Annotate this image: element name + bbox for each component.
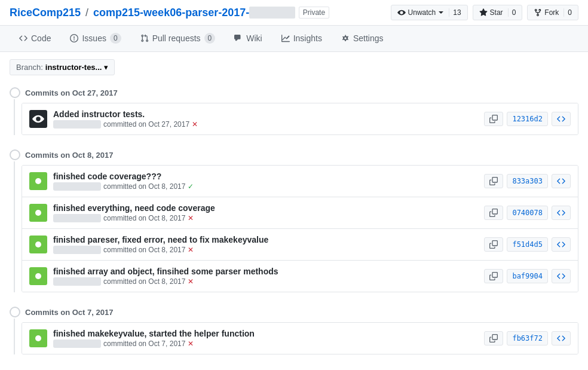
browse-files-button[interactable]: [552, 331, 571, 345]
tab-issues[interactable]: Issues 0: [60, 26, 130, 52]
commit-info: finished array and object, finsihed some…: [53, 267, 477, 286]
commit-meta: committed on Oct 8, 2017 ✕: [53, 214, 477, 222]
issues-icon: [70, 34, 78, 42]
repo-sep: /: [85, 7, 88, 19]
copy-hash-button[interactable]: [484, 331, 503, 345]
avatar: [29, 329, 47, 347]
branch-area: Branch: instructor-tes... ▾: [0, 52, 588, 82]
status-check-icon: ✓: [188, 182, 194, 191]
commit-hash-button[interactable]: 12316d2: [507, 112, 548, 126]
status-check-icon: ✕: [188, 277, 194, 286]
chevron-down-icon: [438, 10, 444, 16]
browse-files-button[interactable]: [552, 269, 571, 283]
commit-meta: committed on Oct 8, 2017 ✓: [53, 182, 477, 191]
commit-info: finished makekeyvalue, started the helpe…: [53, 329, 477, 348]
nav-tabs: Code Issues 0 Pull requests 0 Wiki Insig…: [0, 26, 588, 52]
star-icon: [479, 8, 488, 17]
tab-settings[interactable]: Settings: [332, 26, 393, 52]
commit-actions: 0740078: [484, 206, 571, 220]
copy-hash-button[interactable]: [484, 237, 503, 252]
commit-actions: baf9904: [484, 269, 571, 283]
avatar: [29, 204, 47, 222]
commit-author: [53, 120, 101, 129]
commit-meta: committed on Oct 7, 2017 ✕: [53, 340, 477, 348]
tab-wiki[interactable]: Wiki: [225, 26, 271, 52]
commit-actions: 833a303: [484, 174, 571, 188]
commit-hash-button[interactable]: f51d4d5: [507, 237, 548, 252]
table-row: Added instructor tests. committed on Oct…: [22, 103, 578, 134]
commit-hash-button[interactable]: 833a303: [507, 174, 548, 188]
commit-author: [53, 214, 101, 222]
copy-hash-button[interactable]: [484, 269, 503, 283]
commit-meta: committed on Oct 8, 2017 ✕: [53, 246, 477, 254]
commit-message[interactable]: finished code coverage???: [53, 172, 477, 181]
repo-title: RiceComp215 / comp215-week06-parser-2017…: [10, 7, 329, 19]
commit-message[interactable]: finished pareser, fixed error, need to f…: [53, 235, 477, 244]
commit-message[interactable]: finished array and object, finsihed some…: [53, 267, 477, 276]
commit-actions: f51d4d5: [484, 237, 571, 252]
browse-files-button[interactable]: [552, 237, 571, 252]
commit-hash-button[interactable]: baf9904: [507, 269, 548, 283]
commit-hash-button[interactable]: 0740078: [507, 206, 548, 220]
fork-icon: [534, 8, 542, 17]
status-check-icon: ✕: [188, 246, 194, 254]
status-check-icon: ✕: [188, 214, 194, 222]
eye-icon: [397, 8, 406, 17]
table-row: finished array and object, finsihed some…: [22, 261, 578, 292]
tab-pulls[interactable]: Pull requests 0: [131, 26, 225, 52]
commit-author: [53, 277, 101, 286]
commit-info: Added instructor tests. committed on Oct…: [53, 109, 477, 129]
copy-hash-button[interactable]: [484, 112, 503, 126]
commits-date-header: Commits on Oct 7, 2017: [10, 302, 578, 322]
commit-actions: 12316d2: [484, 112, 571, 126]
commit-author: [53, 246, 101, 254]
commits-date-header: Commits on Oct 8, 2017: [10, 145, 578, 165]
avatar: [29, 236, 47, 253]
commit-info: finished code coverage??? committed on O…: [53, 172, 477, 191]
pull-request-icon: [140, 34, 149, 42]
commit-meta: committed on Oct 27, 2017 ✕: [53, 120, 477, 129]
avatar: [29, 110, 47, 128]
repo-header: RiceComp215 / comp215-week06-parser-2017…: [0, 0, 588, 26]
copy-hash-button[interactable]: [484, 206, 503, 220]
commit-message[interactable]: finished makekeyvalue, started the helpe…: [53, 329, 477, 338]
commits-group-2: Commits on Oct 7, 2017finished makekeyva…: [10, 302, 578, 354]
code-icon: [19, 34, 27, 42]
commits-container: Commits on Oct 27, 2017Added instructor …: [0, 82, 588, 354]
commits-date-header: Commits on Oct 27, 2017: [10, 82, 578, 103]
commit-hash-button[interactable]: fb63f72: [507, 331, 548, 345]
status-check-icon: ✕: [188, 340, 194, 348]
private-badge: Private: [299, 7, 329, 19]
browse-files-button[interactable]: [552, 174, 571, 188]
table-row: finished pareser, fixed error, need to f…: [22, 229, 578, 261]
fork-button[interactable]: Fork 0: [527, 5, 578, 20]
copy-hash-button[interactable]: [484, 174, 503, 188]
commit-message[interactable]: finished everything, need code coverage: [53, 203, 477, 213]
browse-files-button[interactable]: [552, 112, 571, 126]
commit-message[interactable]: Added instructor tests.: [53, 109, 477, 119]
table-row: finished everything, need code coverage …: [22, 197, 578, 229]
commit-author: [53, 182, 101, 191]
commits-group-0: Commits on Oct 27, 2017Added instructor …: [10, 82, 578, 135]
settings-icon: [341, 34, 350, 42]
repo-owner-link[interactable]: RiceComp215: [10, 7, 81, 19]
browse-files-button[interactable]: [552, 206, 571, 220]
branch-selector[interactable]: Branch: instructor-tes... ▾: [10, 59, 115, 75]
repo-actions: Unwatch 13 Star 0 Fork 0: [391, 5, 578, 20]
commit-author: [53, 340, 101, 348]
commit-actions: fb63f72: [484, 331, 571, 345]
repo-name-link[interactable]: comp215-week06-parser-2017-██████: [93, 7, 295, 19]
unwatch-button[interactable]: Unwatch 13: [391, 5, 468, 20]
commits-group-1: Commits on Oct 8, 2017finished code cove…: [10, 145, 578, 292]
tab-insights[interactable]: Insights: [272, 26, 332, 52]
insights-icon: [281, 34, 290, 42]
commit-info: finished everything, need code coverage …: [53, 203, 477, 222]
wiki-icon: [234, 34, 243, 42]
commit-meta: committed on Oct 8, 2017 ✕: [53, 277, 477, 286]
commit-info: finished pareser, fixed error, need to f…: [53, 235, 477, 254]
table-row: finished makekeyvalue, started the helpe…: [22, 323, 578, 354]
avatar: [29, 267, 47, 285]
star-button[interactable]: Star 0: [473, 5, 523, 20]
status-check-icon: ✕: [192, 120, 198, 129]
tab-code[interactable]: Code: [10, 26, 60, 52]
